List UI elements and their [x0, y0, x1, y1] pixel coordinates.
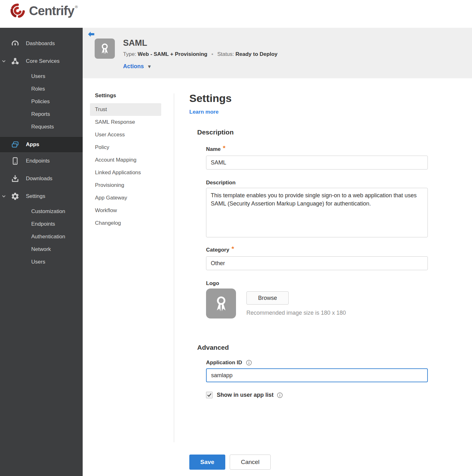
logo-field-group: Logo Browse Recommended image size is 18…: [206, 280, 428, 318]
logo-label: Logo: [206, 280, 219, 287]
logo-size-hint: Recommended image size is 180 x 180: [246, 310, 346, 316]
main-title: Settings: [189, 92, 429, 104]
application-id-input[interactable]: [206, 368, 428, 382]
apps-icon: [11, 140, 20, 149]
status-label: Status:: [217, 51, 234, 57]
browse-button[interactable]: Browse: [246, 291, 289, 305]
gauge-icon: [11, 39, 20, 48]
sidebar-item-apps[interactable]: Apps: [0, 137, 83, 152]
sidebar-item-label: Reports: [31, 111, 50, 117]
learn-more-link[interactable]: Learn more: [189, 109, 219, 115]
centrify-swirl-icon: [9, 3, 26, 19]
subnav-item-app-gateway[interactable]: App Gateway: [90, 192, 161, 204]
category-input[interactable]: [206, 256, 428, 270]
sidebar-item-reports[interactable]: Reports: [0, 108, 83, 121]
type-label: Type:: [123, 51, 136, 57]
subnav-item-policy[interactable]: Policy: [90, 141, 161, 154]
subnav-item-saml-response[interactable]: SAML Response: [90, 116, 161, 128]
sidebar-item-downloads[interactable]: Downloads: [0, 170, 83, 187]
sidebar-item-label: Requests: [31, 124, 54, 130]
sidebar-item-label: Endpoints: [31, 221, 55, 227]
ribbon-icon: [211, 294, 231, 313]
sidebar-item-policies[interactable]: Policies: [0, 95, 83, 108]
app-meta: Type: Web - SAML + Provisioning • Status…: [123, 51, 277, 57]
sidebar-item-label: Policies: [31, 98, 50, 105]
sidebar-item-label: Roles: [31, 86, 45, 92]
sidebar-item-dashboards[interactable]: Dashboards: [0, 35, 83, 52]
registered-mark: ®: [75, 4, 78, 9]
subnav-item-linked-applications[interactable]: Linked Applications: [90, 166, 161, 179]
subnav-item-trust[interactable]: Trust: [90, 103, 161, 116]
centrify-admin-app: Centrify® Dashboards Core Services: [0, 0, 472, 476]
smartphone-icon: [11, 157, 20, 165]
status-badge: Ready to Deploy: [235, 51, 277, 57]
app-header: SAML Type: Web - SAML + Provisioning • S…: [83, 28, 472, 78]
type-value: Web - SAML + Provisioning: [138, 51, 207, 57]
subnav-item-changelog[interactable]: Changelog: [90, 217, 161, 229]
sidebar-item-settings-endpoints[interactable]: Endpoints: [0, 218, 83, 230]
sidebar-item-roles[interactable]: Roles: [0, 83, 83, 95]
category-field-group: Category *: [206, 246, 428, 270]
subnav-item-provisioning[interactable]: Provisioning: [90, 179, 161, 192]
info-icon[interactable]: [277, 392, 283, 398]
sidebar-item-label: Users: [31, 259, 45, 265]
sidebar-item-core-services[interactable]: Core Services: [0, 52, 83, 70]
show-in-app-list-checkbox[interactable]: [206, 392, 213, 398]
show-in-app-list-row: Show in user app list: [206, 392, 428, 398]
description-textarea[interactable]: This template enables you to provide sin…: [206, 188, 428, 237]
subnav-item-workflow[interactable]: Workflow: [90, 204, 161, 217]
sidebar-item-settings-users[interactable]: Users: [0, 256, 83, 268]
chevron-down-icon[interactable]: [2, 194, 6, 199]
subnav-item-account-mapping[interactable]: Account Mapping: [90, 154, 161, 166]
sidebar-item-requests[interactable]: Requests: [0, 121, 83, 133]
name-input[interactable]: [206, 156, 428, 170]
info-icon[interactable]: [246, 360, 252, 366]
chevron-down-icon[interactable]: [2, 59, 6, 63]
sidebar-item-label: Settings: [26, 193, 45, 199]
application-id-label: Application ID: [206, 360, 242, 366]
sidebar-item-label: Customization: [31, 208, 65, 215]
sidebar-item-endpoints[interactable]: Endpoints: [0, 152, 83, 170]
show-in-app-list-label: Show in user app list: [217, 392, 274, 398]
required-asterisk: *: [232, 245, 234, 253]
actions-dropdown[interactable]: Actions ▼: [123, 63, 152, 70]
sidebar-spacer: [0, 133, 83, 137]
sidebar-item-network[interactable]: Network: [0, 243, 83, 256]
description-label: Description: [206, 180, 236, 186]
settings-subnav: Settings Trust SAML Response User Access…: [90, 92, 161, 229]
sidebar-item-users[interactable]: Users: [0, 70, 83, 83]
sidebar-item-settings[interactable]: Settings: [0, 187, 83, 205]
name-label: Name: [206, 146, 221, 152]
save-button[interactable]: Save: [189, 455, 225, 470]
required-asterisk: *: [223, 144, 225, 152]
sidebar-item-label: Users: [31, 73, 45, 80]
sidebar-item-authentication[interactable]: Authentication: [0, 230, 83, 243]
back-arrow-icon[interactable]: [87, 30, 95, 39]
checkmark-icon: [207, 393, 212, 397]
actions-label: Actions: [123, 63, 144, 70]
description-section-heading: Description: [197, 128, 429, 136]
sidebar-item-label: Authentication: [31, 234, 65, 240]
core-services-icon: [11, 57, 20, 66]
sidebar-item-label: Network: [31, 246, 51, 253]
sidebar-item-label: Downloads: [26, 176, 52, 182]
chevron-down-icon: ▼: [147, 64, 152, 69]
sidebar-item-label: Core Services: [26, 58, 60, 64]
cancel-button[interactable]: Cancel: [230, 455, 271, 470]
advanced-section-heading: Advanced: [197, 344, 429, 351]
vertical-divider: [174, 93, 174, 442]
subnav-item-user-access[interactable]: User Access: [90, 128, 161, 141]
ribbon-icon: [98, 42, 112, 56]
sidebar-item-label: Endpoints: [26, 158, 50, 164]
brand-name: Centrify®: [29, 4, 78, 18]
subnav-heading: Settings: [90, 92, 161, 103]
sidebar-item-customization[interactable]: Customization: [0, 205, 83, 218]
settings-form: Settings Learn more Description Name * D…: [189, 92, 429, 398]
name-field-group: Name *: [206, 146, 428, 170]
sidebar-item-label: Apps: [26, 141, 39, 148]
logo-preview: [206, 289, 236, 318]
form-actions: Save Cancel: [189, 455, 271, 470]
centrify-logo[interactable]: Centrify®: [9, 3, 78, 19]
meta-separator: •: [211, 51, 213, 57]
app-logo: [95, 39, 115, 59]
